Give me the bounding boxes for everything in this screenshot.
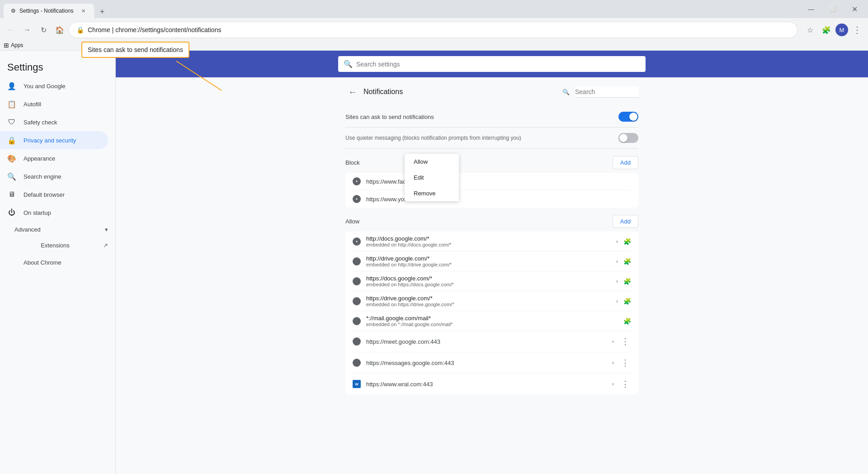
chevron-right-icon-6: ›	[612, 360, 614, 366]
svg-point-9	[354, 259, 359, 264]
sidebar-item-appearance[interactable]: 🎨 Appearance	[0, 149, 108, 167]
site-block-icon-facebook	[353, 177, 361, 185]
svg-point-13	[354, 339, 359, 344]
site-allow-icon-7	[353, 359, 361, 367]
site-allow-icon-2	[353, 257, 361, 265]
chevron-right-icon-2: ›	[616, 258, 618, 265]
address-bar[interactable]: 🔒 Chrome | chrome://settings/content/not…	[69, 22, 797, 38]
puzzle-icon-3: 🧩	[623, 278, 631, 285]
about-icon	[7, 258, 16, 267]
allow-site-url-8: https://www.wral.com:443	[366, 381, 607, 388]
block-section-title: Block	[345, 159, 360, 166]
search-small-icon: 🔍	[562, 89, 570, 95]
sidebar-item-label: Safety check	[24, 119, 57, 126]
tab-title: Settings - Notifications	[19, 8, 73, 14]
puzzle-icon: 🧩	[623, 238, 631, 245]
svg-point-11	[354, 299, 359, 303]
allow-site-sub-5: embedded on *://mail.google.com/mail*	[366, 322, 618, 327]
notifications-panel: ← Notifications 🔍 Sites can ask to send …	[338, 77, 646, 405]
allow-site-url-4: https://drive.google.com/*	[366, 295, 611, 302]
sidebar-item-privacy-and-security[interactable]: 🔒 Privacy and security	[0, 131, 108, 149]
active-tab[interactable]: ⚙ Settings - Notifications ✕	[4, 4, 94, 18]
puzzle-icon-2: 🧩	[623, 258, 631, 265]
sidebar-item-label: Default browser	[24, 191, 65, 198]
sites-can-ask-toggle[interactable]	[618, 112, 638, 122]
allow-site-url-7: https://messages.google.com:443	[366, 360, 607, 366]
sidebar-item-extensions[interactable]: Extensions ↗	[0, 237, 115, 253]
sites-can-ask-row: Sites can ask to send notifications	[345, 106, 638, 128]
allow-add-button[interactable]: Add	[613, 215, 638, 228]
chevron-right-icon-7: ›	[612, 381, 614, 387]
extensions-button[interactable]: 🧩	[819, 23, 834, 37]
sidebar-item-search-engine[interactable]: 🔍 Search engine	[0, 167, 108, 185]
reload-button[interactable]: ↻	[36, 23, 51, 37]
search-icon: 🔍	[7, 172, 16, 181]
sidebar-item-safety-check[interactable]: 🛡 Safety check	[0, 113, 108, 131]
appearance-icon: 🎨	[7, 154, 16, 163]
browser-icon: 🖥	[7, 190, 16, 199]
advanced-label: Advanced	[14, 226, 41, 233]
back-nav-button[interactable]: ←	[4, 23, 18, 37]
puzzle-icon-4: 🧩	[623, 298, 631, 305]
tab-close-button[interactable]: ✕	[80, 7, 87, 14]
context-menu-remove[interactable]: Remove	[405, 185, 459, 201]
apps-label[interactable]: Apps	[11, 42, 23, 48]
chevron-right-icon-4: ›	[616, 298, 618, 304]
allow-section-header: Allow Add	[345, 215, 638, 228]
about-label: About Chrome	[24, 259, 61, 266]
sidebar-item-about-chrome[interactable]: About Chrome	[0, 253, 108, 271]
context-menu-edit[interactable]: Edit	[405, 170, 459, 185]
allow-site-row-docs-http: http://docs.google.com/* embedded on htt…	[353, 232, 631, 251]
block-site-row-facebook: https://www.facebook.com:443	[353, 173, 631, 190]
site-allow-icon-5	[353, 317, 361, 325]
main-content: 🔍 ← Notifications 🔍 Sites can ask to sen…	[116, 51, 868, 474]
sites-can-ask-label: Sites can ask to send notifications	[345, 114, 434, 120]
home-button[interactable]: 🏠	[52, 23, 67, 37]
allow-site-url-2: http://drive.google.com/*	[366, 255, 611, 262]
sidebar-item-advanced[interactable]: Advanced ▾	[0, 222, 115, 237]
address-text: Chrome | chrome://settings/content/notif…	[88, 26, 790, 33]
context-menu-allow[interactable]: Allow	[405, 154, 459, 170]
panel-title: Notifications	[363, 88, 559, 96]
person-icon: 👤	[7, 81, 16, 90]
more-icon-wral[interactable]: ⋮	[619, 377, 631, 391]
sidebar-item-on-startup[interactable]: ⏻ On startup	[0, 204, 108, 222]
minimize-button[interactable]: —	[801, 0, 821, 18]
bookmark-button[interactable]: ☆	[803, 23, 817, 37]
site-block-icon-youtube	[353, 195, 361, 203]
more-icon-meet[interactable]: ⋮	[619, 335, 631, 348]
sidebar-item-autofill[interactable]: 📋 Autofill	[0, 95, 108, 113]
site-allow-icon-3	[353, 277, 361, 285]
svg-point-12	[354, 319, 359, 323]
maximize-button[interactable]: ⬜	[823, 0, 843, 18]
block-add-button[interactable]: Add	[613, 156, 638, 169]
back-button[interactable]: ←	[345, 85, 360, 99]
chevron-right-icon: ›	[616, 238, 618, 245]
new-tab-button[interactable]: +	[96, 5, 108, 18]
sidebar-item-label: Search engine	[24, 173, 61, 180]
profile-button[interactable]: M	[835, 24, 848, 36]
chevron-right-icon-5: ›	[612, 338, 614, 345]
chevron-right-icon-3: ›	[616, 278, 618, 284]
allow-site-sub-4: embedded on https://drive.google.com/*	[366, 302, 611, 307]
more-options-button[interactable]: ⋮	[850, 23, 864, 37]
sidebar-item-you-and-google[interactable]: 👤 You and Google	[0, 77, 108, 95]
search-settings-input[interactable]	[356, 61, 640, 68]
allow-site-url-3: https://docs.google.com/*	[366, 275, 611, 282]
allow-site-url-5: *://mail.google.com/mail*	[366, 315, 618, 322]
more-icon-messages[interactable]: ⋮	[619, 356, 631, 370]
allow-site-sub-3: embedded on https://docs.google.com/*	[366, 282, 611, 287]
notifications-search-input[interactable]	[575, 86, 638, 98]
tab-favicon: ⚙	[11, 8, 16, 14]
forward-nav-button[interactable]: →	[20, 23, 34, 37]
site-allow-icon-4	[353, 297, 361, 305]
sidebar-item-default-browser[interactable]: 🖥 Default browser	[0, 185, 108, 204]
allow-site-url-6: https://meet.google.com:443	[366, 338, 607, 345]
shield-icon: 🛡	[7, 118, 16, 127]
sidebar-item-label: You and Google	[24, 83, 66, 90]
autofill-icon: 📋	[7, 100, 16, 109]
block-sites-list: https://www.facebook.com:443 https://www…	[345, 173, 638, 208]
close-button[interactable]: ✕	[844, 0, 864, 18]
quieter-messaging-toggle[interactable]	[618, 133, 638, 143]
sidebar: Settings 👤 You and Google 📋 Autofill 🛡 S…	[0, 51, 116, 474]
